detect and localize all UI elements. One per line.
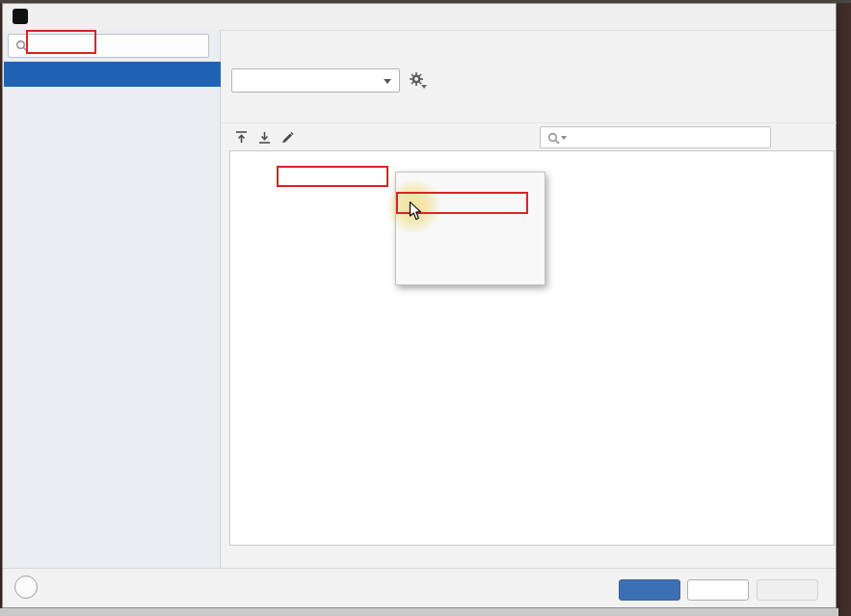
header-divider (222, 122, 837, 123)
keymap-scheme-select[interactable] (231, 68, 400, 93)
annotation-box-search (26, 30, 96, 54)
ok-button[interactable] (619, 579, 680, 601)
screen-bottom-strip (0, 608, 838, 616)
actions-search-input[interactable] (572, 128, 739, 148)
mouse-cursor-icon (409, 201, 422, 221)
actions-search-field[interactable] (540, 126, 771, 148)
collapse-all-icon[interactable] (233, 129, 250, 146)
gear-icon[interactable] (409, 71, 424, 87)
pycharm-app-icon (13, 9, 28, 24)
search-icon (547, 132, 560, 145)
annotation-box-decrease-font-size (277, 166, 388, 187)
chevron-down-icon (384, 79, 391, 84)
title-bar[interactable] (3, 4, 836, 31)
cancel-button[interactable] (687, 579, 749, 601)
search-options-caret-icon[interactable] (561, 136, 567, 140)
edit-shortcut-pencil-icon[interactable] (279, 129, 296, 146)
help-button[interactable] (14, 576, 38, 599)
sidebar-item-keymap[interactable] (4, 62, 221, 87)
apply-button (757, 579, 818, 601)
expand-all-icon[interactable] (256, 129, 273, 146)
footer-divider (3, 568, 836, 569)
settings-sidebar (3, 30, 221, 568)
